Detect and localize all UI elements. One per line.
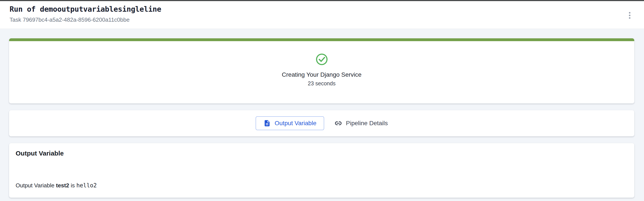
page-title: Run of demooutputvariablesingleline <box>10 4 634 14</box>
status-card: Creating Your Django Service 23 seconds <box>9 38 634 104</box>
document-icon <box>264 120 271 127</box>
output-variable-name: test2 <box>56 182 69 189</box>
output-variable-heading: Output Variable <box>16 150 628 157</box>
output-line-middle: is <box>71 182 75 189</box>
status-duration: 23 seconds <box>308 80 336 87</box>
check-circle-icon <box>316 53 328 66</box>
run-content: Creating Your Django Service 23 seconds … <box>0 29 644 201</box>
link-icon <box>334 119 342 127</box>
run-header: Run of demooutputvariablesingleline Task… <box>0 1 644 29</box>
output-variable-card: Output Variable Output Variable test2 is… <box>9 143 634 198</box>
output-variable-line: Output Variable test2 is hello2 <box>16 182 628 189</box>
task-id-subtitle: Task 79697bc4-a5a2-482a-8596-6200a11c0bb… <box>10 16 634 23</box>
status-title: Creating Your Django Service <box>282 71 362 78</box>
tab-row-card: Output Variable Pipeline Details <box>9 110 634 136</box>
tab-output-variable[interactable]: Output Variable <box>256 116 324 130</box>
status-accent-bar <box>9 38 634 41</box>
more-options-button[interactable] <box>624 10 635 21</box>
output-line-prefix: Output Variable <box>16 182 54 189</box>
tab-output-variable-label: Output Variable <box>275 120 316 127</box>
tab-pipeline-details[interactable]: Pipeline Details <box>334 119 388 127</box>
tab-pipeline-details-label: Pipeline Details <box>346 120 388 127</box>
output-variable-value: hello2 <box>76 182 97 189</box>
kebab-menu-icon <box>628 11 631 20</box>
